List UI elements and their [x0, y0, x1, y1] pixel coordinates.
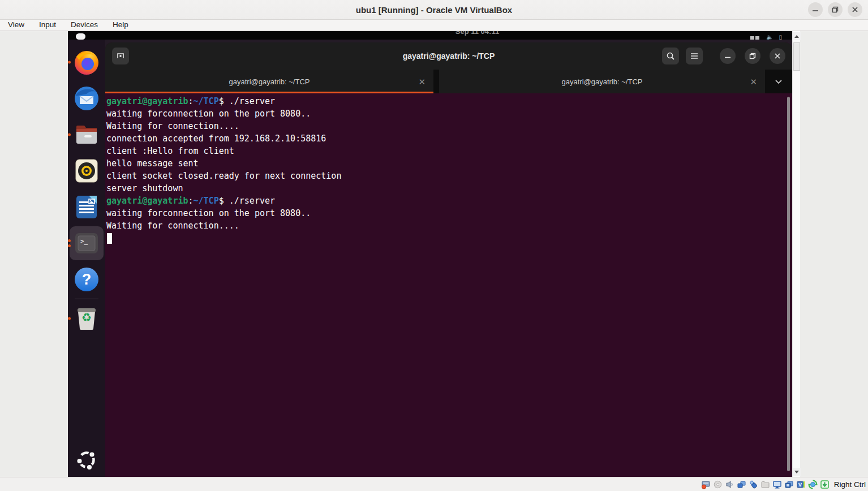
terminal-cursor: [107, 233, 112, 244]
network-icon[interactable]: [737, 479, 747, 489]
arrow-up-icon: [794, 35, 799, 38]
terminal-minimize-button[interactable]: [720, 48, 736, 64]
minimize-icon: [724, 53, 731, 59]
help-icon: ?: [73, 266, 100, 293]
tab-1-close-icon[interactable]: ✕: [418, 77, 426, 86]
dock-item-help[interactable]: ?: [73, 266, 100, 293]
usb-icon[interactable]: [749, 479, 759, 489]
terminal-restore-button[interactable]: [745, 48, 760, 64]
search-button[interactable]: [662, 48, 679, 64]
tab-2[interactable]: gayatri@gayatrib: ~/TCP ✕: [439, 70, 765, 93]
dock-item-rhythmbox[interactable]: [73, 157, 100, 184]
dock: >_ ? ♻: [68, 40, 105, 477]
tab-2-label: gayatri@gayatrib: ~/TCP: [562, 77, 643, 86]
svg-text:?: ?: [82, 271, 92, 288]
vbox-menubar: View Input Devices Help: [0, 20, 868, 31]
terminal-line: hello message sent: [106, 157, 792, 170]
menu-view[interactable]: View: [8, 20, 24, 29]
terminal-close-button[interactable]: [770, 48, 785, 64]
mouse-integration-icon[interactable]: [808, 479, 818, 489]
libreoffice-writer-icon: [73, 193, 100, 221]
terminal-line: Waiting for connection....: [106, 219, 792, 232]
ubuntu-logo-icon: [73, 446, 100, 473]
terminal-line: server shutdown: [106, 182, 792, 195]
arrow-down-icon: [794, 471, 799, 473]
close-button[interactable]: [848, 2, 862, 17]
optical-disc-icon[interactable]: [713, 479, 723, 489]
host-key-label: Right Ctrl: [834, 480, 866, 489]
terminal-line: waiting forconnection on the port 8080..: [106, 207, 792, 219]
svg-text:V: V: [798, 482, 802, 488]
hamburger-icon: [690, 51, 699, 61]
vbox-titlebar: ubu1 [Running] - Oracle VM VirtualBox: [0, 0, 868, 20]
audio-icon[interactable]: [725, 479, 735, 489]
menu-help[interactable]: Help: [113, 20, 128, 29]
tab-2-close-icon[interactable]: ✕: [750, 77, 757, 86]
tab-1[interactable]: gayatri@gayatrib: ~/TCP ✕: [105, 70, 433, 93]
vm-display: Sep 11 04:11 🔈 ▯: [68, 31, 792, 477]
minimize-icon: [812, 6, 819, 13]
terminal-headerbar[interactable]: gayatri@gayatrib: ~/TCP: [105, 42, 792, 70]
workspace-pill: [76, 33, 85, 40]
terminal-window: gayatri@gayatrib: ~/TCP: [105, 42, 792, 477]
dock-item-thunderbird[interactable]: [73, 85, 100, 112]
menu-button[interactable]: [686, 48, 703, 64]
files-icon: [73, 121, 100, 148]
dock-item-libreoffice-writer[interactable]: [73, 193, 100, 221]
terminal-tabbar: gayatri@gayatrib: ~/TCP ✕ gayatri@gayatr…: [105, 70, 792, 93]
minimize-button[interactable]: [808, 2, 823, 17]
scrollbar-thumb[interactable]: [793, 42, 800, 71]
keyboard-icon[interactable]: [820, 479, 830, 489]
firefox-icon: [73, 49, 100, 76]
hdd-icon[interactable]: [701, 479, 711, 489]
tab-1-label: gayatri@gayatrib: ~/TCP: [229, 77, 310, 86]
volume-muted-icon: 🔈: [766, 35, 773, 40]
restore-icon: [749, 53, 756, 59]
rhythmbox-icon: [73, 157, 100, 184]
menu-input[interactable]: Input: [39, 20, 56, 29]
shared-folders-icon[interactable]: [760, 479, 771, 489]
thunderbird-icon: [73, 85, 100, 112]
terminal-line: Waiting for connection....: [106, 120, 792, 132]
guest-tray[interactable]: 🔈 ▯: [750, 32, 782, 40]
dock-active-highlight: [70, 226, 104, 260]
new-tab-icon: [116, 51, 125, 61]
vbox-vertical-scrollbar[interactable]: [792, 31, 800, 477]
tab-list-button[interactable]: [765, 70, 792, 93]
new-tab-button[interactable]: [112, 48, 129, 64]
dock-item-show-apps[interactable]: [73, 446, 100, 473]
battery-icon: ▯: [779, 35, 782, 40]
scroll-up-button[interactable]: [793, 32, 801, 40]
close-icon: [852, 6, 858, 13]
terminal-line: gayatri@gayatrib:~/TCP$ ./rserver: [106, 195, 792, 207]
search-icon: [666, 51, 675, 61]
terminal-line: connection accepted from 192.168.2.10:58…: [106, 132, 792, 145]
terminal-scrollbar-thumb[interactable]: [787, 97, 790, 471]
recording-icon[interactable]: [784, 479, 794, 489]
terminal-line: gayatri@gayatrib:~/TCP$ ./rserver: [106, 95, 792, 107]
keyboard-indicator-icon: [750, 32, 760, 40]
restore-icon: [832, 6, 839, 13]
close-icon: [774, 53, 781, 59]
restore-button[interactable]: [828, 2, 843, 17]
recycle-glyph: ♻: [73, 311, 100, 324]
terminal-output[interactable]: gayatri@gayatrib:~/TCP$ ./rserverwaiting…: [105, 93, 792, 477]
dock-item-trash[interactable]: ♻: [73, 305, 100, 332]
terminal-line: waiting forconnection on the port 8080..: [106, 107, 792, 120]
menu-devices[interactable]: Devices: [71, 20, 98, 29]
terminal-line: client :Hello from client: [106, 145, 792, 157]
features-icon[interactable]: V: [796, 479, 806, 489]
dock-item-firefox[interactable]: [73, 49, 100, 76]
window-controls: [808, 2, 862, 17]
dock-item-files[interactable]: [73, 121, 100, 148]
scroll-down-button[interactable]: [793, 468, 801, 476]
chevron-down-icon: [774, 77, 783, 86]
dock-divider: [75, 299, 98, 299]
dock-item-terminal[interactable]: >_: [73, 230, 100, 257]
terminal-line: client socket closed.ready for next conn…: [106, 170, 792, 182]
display-icon[interactable]: [772, 479, 783, 489]
guest-clock[interactable]: Sep 11 04:11: [456, 31, 499, 36]
vbox-statusbar: V Right Ctrl: [0, 477, 868, 491]
guest-topbar: Sep 11 04:11 🔈 ▯: [68, 31, 792, 40]
window-title: ubu1 [Running] - Oracle VM VirtualBox: [356, 5, 512, 15]
